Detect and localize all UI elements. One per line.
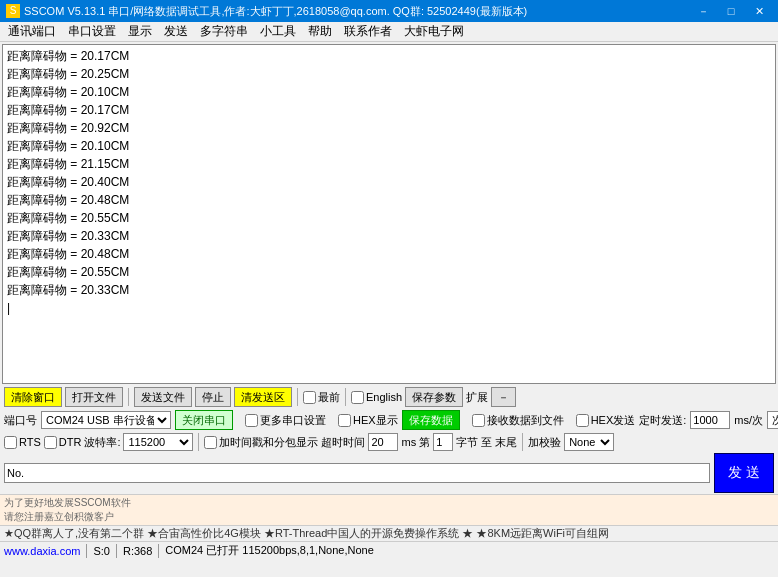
separator3 xyxy=(345,388,346,406)
menu-display[interactable]: 显示 xyxy=(122,22,158,41)
receive-to-file-checkbox[interactable] xyxy=(472,414,485,427)
overtime-label: 超时时间 xyxy=(321,435,365,450)
send-button[interactable]: 发 送 xyxy=(714,453,774,493)
clear-send-button[interactable]: 清发送区 xyxy=(234,387,292,407)
title-bar: S SSCOM V5.13.1 串口/网络数据调试工具,作者:大虾丁丁,2618… xyxy=(0,0,778,22)
promo-line2: 请您注册嘉立创积微客户 xyxy=(4,510,114,524)
stop-button[interactable]: 停止 xyxy=(195,387,231,407)
log-line: 距离障碍物 = 20.10CM xyxy=(7,83,771,101)
status-div1 xyxy=(86,544,87,558)
more-port-settings-checkbox[interactable] xyxy=(245,414,258,427)
log-line: 距离障碍物 = 20.17CM xyxy=(7,101,771,119)
check-label: 加校验 xyxy=(528,435,561,450)
menu-multistring[interactable]: 多字符串 xyxy=(194,22,254,41)
close-button[interactable]: ✕ xyxy=(746,3,772,19)
clear-window-button[interactable]: 清除窗口 xyxy=(4,387,62,407)
timed-unit-select[interactable]: 次 xyxy=(767,411,778,429)
baud-label: 波特率: xyxy=(84,435,120,450)
cursor-line: | xyxy=(7,299,771,317)
hex-display-checkbox[interactable] xyxy=(338,414,351,427)
log-area[interactable]: 距离障碍物 = 20.17CM距离障碍物 = 20.25CM距离障碍物 = 20… xyxy=(2,44,776,384)
log-line: 距离障碍物 = 20.55CM xyxy=(7,263,771,281)
port-select[interactable]: COM24 USB 串行设备 xyxy=(41,411,171,429)
dtr-label[interactable]: DTR xyxy=(44,436,82,449)
sep-opt2 xyxy=(522,433,523,451)
options-row: RTS DTR 波特率: 115200 加时间戳和分包显示 超时时间 ms 第 … xyxy=(0,432,778,452)
last-checkbox-label[interactable]: 最前 xyxy=(303,390,340,405)
port-label: 端口号 xyxy=(4,413,37,428)
rts-checkbox[interactable] xyxy=(4,436,17,449)
save-params-button[interactable]: 保存参数 xyxy=(405,387,463,407)
page-num-input[interactable] xyxy=(433,433,453,451)
byte-label: 字节 xyxy=(456,435,478,450)
maximize-button[interactable]: □ xyxy=(718,3,744,19)
website-link[interactable]: www.daxia.com xyxy=(4,545,80,557)
log-line: 距离障碍物 = 20.48CM xyxy=(7,191,771,209)
send-file-button[interactable]: 发送文件 xyxy=(134,387,192,407)
promo-row: 为了更好地发展SSCOM软件 请您注册嘉立创积微客户 xyxy=(0,494,778,525)
log-line: 距离障碍物 = 20.17CM xyxy=(7,47,771,65)
ms-label: ms xyxy=(401,436,416,448)
more-port-settings-label[interactable]: 更多串口设置 xyxy=(245,413,326,428)
menu-send[interactable]: 发送 xyxy=(158,22,194,41)
menu-website[interactable]: 大虾电子网 xyxy=(398,22,470,41)
s-value: S:0 xyxy=(93,545,110,557)
send-area: No. 发 送 xyxy=(0,452,778,494)
to-label: 至 xyxy=(481,435,492,450)
marquee-bar: ★QQ群离人了,没有第二个群 ★合宙高性价比4G模块 ★RT-Thread中国人… xyxy=(0,525,778,541)
log-line: 距离障碍物 = 20.33CM xyxy=(7,281,771,299)
hex-send-label[interactable]: HEX发送 xyxy=(576,413,636,428)
minimize-button[interactable]: － xyxy=(690,3,716,19)
timed-send-label: 定时发送: xyxy=(639,413,686,428)
title-text: SSCOM V5.13.1 串口/网络数据调试工具,作者:大虾丁丁,261805… xyxy=(24,4,690,19)
menu-port-settings[interactable]: 串口设置 xyxy=(62,22,122,41)
status-bar: www.daxia.com S:0 R:368 COM24 已打开 115200… xyxy=(0,541,778,559)
toolbar-row1: 清除窗口 打开文件 发送文件 停止 清发送区 最前 English 保存参数 扩… xyxy=(0,386,778,408)
menu-comm-port[interactable]: 通讯端口 xyxy=(2,22,62,41)
dtr-checkbox[interactable] xyxy=(44,436,57,449)
status-div3 xyxy=(158,544,159,558)
promo-line1: 为了更好地发展SSCOM软件 xyxy=(4,496,131,510)
expand-button[interactable]: － xyxy=(491,387,516,407)
menu-contact[interactable]: 联系作者 xyxy=(338,22,398,41)
timed-value-input[interactable]: 1000 xyxy=(690,411,730,429)
status-div2 xyxy=(116,544,117,558)
english-checkbox-label[interactable]: English xyxy=(351,391,402,404)
log-line: 距离障碍物 = 21.15CM xyxy=(7,155,771,173)
timed-unit-label: ms/次 xyxy=(734,413,763,428)
timestamp-checkbox[interactable] xyxy=(204,436,217,449)
marquee-text: ★QQ群离人了,没有第二个群 ★合宙高性价比4G模块 ★RT-Thread中国人… xyxy=(4,526,609,541)
timestamp-label[interactable]: 加时间戳和分包显示 xyxy=(204,435,318,450)
english-checkbox[interactable] xyxy=(351,391,364,404)
save-data-button[interactable]: 保存数据 xyxy=(402,410,460,430)
log-line: 距离障碍物 = 20.33CM xyxy=(7,227,771,245)
hex-display-label[interactable]: HEX显示 xyxy=(338,413,398,428)
separator1 xyxy=(128,388,129,406)
sep-opt1 xyxy=(198,433,199,451)
separator2 xyxy=(297,388,298,406)
last-checkbox[interactable] xyxy=(303,391,316,404)
close-port-button[interactable]: 关闭串口 xyxy=(175,410,233,430)
overtime-input[interactable] xyxy=(368,433,398,451)
window-controls: － □ ✕ xyxy=(690,3,772,19)
send-input[interactable]: No. xyxy=(4,463,710,483)
port-status: COM24 已打开 115200bps,8,1,None,None xyxy=(165,543,374,558)
menu-bar: 通讯端口 串口设置 显示 发送 多字符串 小工具 帮助 联系作者 大虾电子网 xyxy=(0,22,778,42)
menu-help[interactable]: 帮助 xyxy=(302,22,338,41)
log-line: 距离障碍物 = 20.55CM xyxy=(7,209,771,227)
rts-label[interactable]: RTS xyxy=(4,436,41,449)
tail-label: 末尾 xyxy=(495,435,517,450)
check-select[interactable]: None xyxy=(564,433,614,451)
port-row: 端口号 COM24 USB 串行设备 关闭串口 更多串口设置 HEX显示 保存数… xyxy=(0,408,778,432)
log-line: 距离障碍物 = 20.25CM xyxy=(7,65,771,83)
app-icon: S xyxy=(6,4,20,18)
log-line: 距离障碍物 = 20.48CM xyxy=(7,245,771,263)
baud-select[interactable]: 115200 xyxy=(123,433,193,451)
open-file-button[interactable]: 打开文件 xyxy=(65,387,123,407)
log-line: 距离障碍物 = 20.40CM xyxy=(7,173,771,191)
menu-tools[interactable]: 小工具 xyxy=(254,22,302,41)
hex-send-checkbox[interactable] xyxy=(576,414,589,427)
receive-to-file-label[interactable]: 接收数据到文件 xyxy=(472,413,564,428)
log-line: 距离障碍物 = 20.92CM xyxy=(7,119,771,137)
log-line: 距离障碍物 = 20.10CM xyxy=(7,137,771,155)
